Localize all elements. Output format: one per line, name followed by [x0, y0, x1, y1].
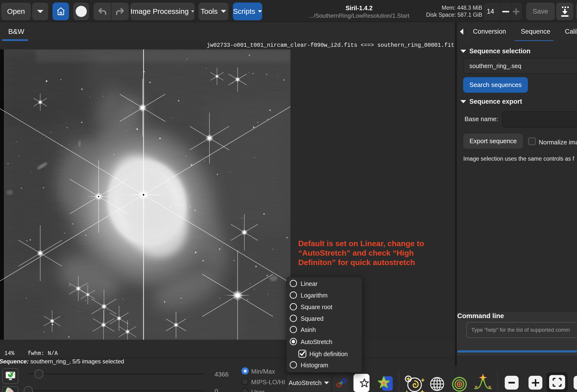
svg-text:Logarithm: Logarithm: [301, 292, 327, 299]
svg-text:Asinh: Asinh: [301, 326, 316, 333]
svg-text:Squared: Squared: [301, 315, 324, 322]
svg-text:Histogram: Histogram: [301, 362, 328, 368]
svg-text:Linear: Linear: [301, 280, 318, 287]
svg-text:Square root: Square root: [301, 304, 332, 310]
svg-text:AutoStretch: AutoStretch: [301, 338, 332, 345]
svg-text:High definition: High definition: [309, 351, 348, 357]
